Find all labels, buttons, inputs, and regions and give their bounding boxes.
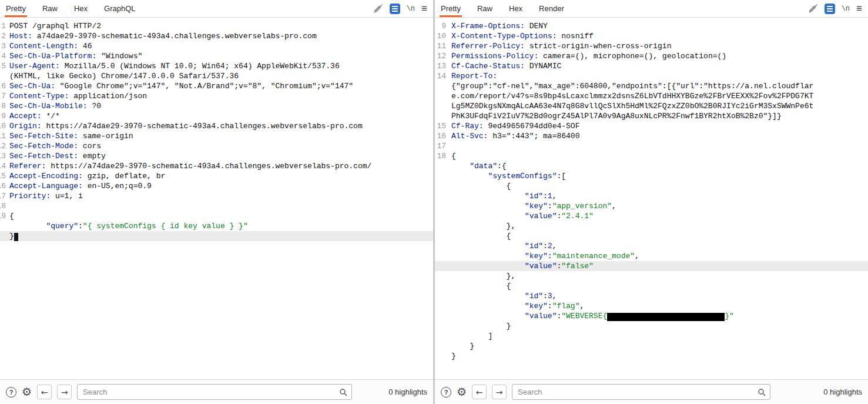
code-line[interactable]: }: [0, 231, 433, 241]
read-only-icon[interactable]: [373, 4, 383, 14]
code-line[interactable]: "query":"{ systemConfigs { id key value …: [0, 221, 433, 231]
code-line[interactable]: 13Sec-Fetch-Dest: empty: [0, 151, 433, 161]
tab-hex[interactable]: Hex: [508, 0, 524, 17]
code-line[interactable]: 6Sec-Ch-Ua: "Google Chrome";v="147", "No…: [0, 81, 433, 91]
line-number: 6: [0, 81, 7, 91]
tab-graphql[interactable]: GraphQL: [103, 0, 136, 17]
code-line[interactable]: "id":2,: [435, 241, 868, 251]
code-line[interactable]: 9X-Frame-Options: DENY: [435, 21, 868, 31]
newline-toggle-icon[interactable]: \n: [407, 5, 415, 13]
help-icon[interactable]: ?: [6, 387, 16, 398]
code-line[interactable]: "key":"maintenance_mode",: [435, 251, 868, 261]
code-line[interactable]: }: [435, 351, 868, 361]
help-icon[interactable]: ?: [441, 387, 451, 398]
code-line[interactable]: 10X-Content-Type-Options: nosniff: [435, 31, 868, 41]
code-line[interactable]: {"group":"cf-nel","max_age":604800,"endp…: [435, 81, 868, 91]
tab-raw[interactable]: Raw: [41, 0, 59, 17]
line-number: [435, 341, 449, 351]
code-line[interactable]: 4Sec-Ch-Ua-Platform: "Windows": [0, 51, 433, 61]
code-line[interactable]: 14Referer: https://a74dae29-3970-schemat…: [0, 161, 433, 171]
code-line[interactable]: 1POST /graphql HTTP/2: [0, 21, 433, 31]
search-next-button[interactable]: →: [57, 385, 72, 399]
search-next-button[interactable]: →: [492, 385, 507, 399]
code-line[interactable]: 15Cf-Ray: 9ed49656794dd0e4-SOF: [435, 121, 868, 131]
tab-hex[interactable]: Hex: [73, 0, 89, 17]
line-number: 13: [435, 61, 449, 71]
code-line[interactable]: 11Sec-Fetch-Site: same-origin: [0, 131, 433, 141]
pretty-format-icon[interactable]: [825, 4, 835, 14]
code-line[interactable]: }: [435, 321, 868, 331]
editor-menu-icon[interactable]: ≡: [421, 4, 427, 14]
code-line[interactable]: 3Content-Length: 46: [0, 41, 433, 51]
settings-icon[interactable]: ⚙: [22, 386, 32, 398]
code-line[interactable]: 17Priority: u=1, i: [0, 191, 433, 201]
line-number: [435, 241, 449, 251]
search-prev-button[interactable]: ←: [37, 385, 52, 399]
code-line[interactable]: 15Accept-Encoding: gzip, deflate, br: [0, 171, 433, 181]
code-line[interactable]: "value":"2.4.1": [435, 211, 868, 221]
code-line[interactable]: "key":"app_version",: [435, 201, 868, 211]
code-line[interactable]: PhK3UFdqFiV2IuV7%2Bd0ogrZ45AlPl7A0v9AgA8…: [435, 111, 868, 121]
code-line[interactable]: 14Report-To:: [435, 71, 868, 81]
code-line[interactable]: 19{: [0, 211, 433, 221]
code-line[interactable]: {: [435, 181, 868, 191]
search-input[interactable]: [77, 384, 352, 400]
code-line[interactable]: "systemConfigs":[: [435, 171, 868, 181]
request-panel: PrettyRawHexGraphQL \n ≡ 1POST /graphql …: [0, 0, 433, 404]
line-number: [435, 231, 449, 241]
code-line[interactable]: 2Host: a74dae29-3970-schematic-493a4.cha…: [0, 31, 433, 41]
search-input[interactable]: [512, 384, 770, 400]
response-tab-bar: PrettyRawHexRender \n ≡: [435, 0, 868, 18]
settings-icon[interactable]: ⚙: [457, 386, 467, 398]
code-line[interactable]: },: [435, 271, 868, 281]
code-line[interactable]: }: [435, 341, 868, 351]
code-line[interactable]: "key":"flag",: [435, 301, 868, 311]
code-line[interactable]: 11Referrer-Policy: strict-origin-when-cr…: [435, 41, 868, 51]
code-line[interactable]: (KHTML, like Gecko) Chrome/147.0.0.0 Saf…: [0, 71, 433, 81]
code-line[interactable]: {: [435, 231, 868, 241]
tab-render[interactable]: Render: [538, 0, 565, 17]
search-prev-button[interactable]: ←: [472, 385, 487, 399]
code-line[interactable]: 7Content-Type: application/json: [0, 91, 433, 101]
code-line[interactable]: 13Cf-Cache-Status: DYNAMIC: [435, 61, 868, 71]
pretty-format-icon[interactable]: [390, 4, 400, 14]
tab-pretty[interactable]: Pretty: [440, 0, 462, 17]
tab-raw[interactable]: Raw: [476, 0, 494, 17]
code-line[interactable]: "id":3,: [435, 291, 868, 301]
tab-pretty[interactable]: Pretty: [5, 0, 27, 17]
code-line[interactable]: },: [435, 221, 868, 231]
code-line[interactable]: 12Sec-Fetch-Mode: cors: [0, 141, 433, 151]
newline-toggle-icon[interactable]: \n: [842, 5, 850, 13]
redacted-flag-value: [607, 313, 725, 321]
line-number: [0, 221, 7, 231]
editor-menu-icon[interactable]: ≡: [856, 4, 862, 14]
line-number: [435, 201, 449, 211]
response-editor[interactable]: 9X-Frame-Options: DENY10X-Content-Type-O…: [435, 18, 868, 379]
code-line[interactable]: "value":"WEBVERSE{}": [435, 311, 868, 321]
line-number: 18: [0, 201, 7, 211]
line-number: [435, 261, 449, 271]
code-line[interactable]: 17: [435, 141, 868, 151]
line-number: 11: [0, 131, 7, 141]
code-line[interactable]: 16Alt-Svc: h3=":443"; ma=86400: [435, 131, 868, 141]
line-number: 5: [0, 61, 7, 71]
code-line[interactable]: 16Accept-Language: en-US,en;q=0.9: [0, 181, 433, 191]
read-only-icon[interactable]: [808, 4, 818, 14]
code-line[interactable]: "data":{: [435, 161, 868, 171]
code-line[interactable]: "id":1,: [435, 191, 868, 201]
line-number: 4: [0, 51, 7, 61]
code-line[interactable]: Lg5MZ0DkgsNXmqALcAA63e4N7q8G8vllQcSlXh5H…: [435, 101, 868, 111]
code-line[interactable]: {: [435, 281, 868, 291]
code-line[interactable]: e.com/report/v4?s=8s9bp4sLcaxclmmzx2dsns…: [435, 91, 868, 101]
code-line[interactable]: "value":"false": [435, 261, 868, 271]
search-icon: [758, 388, 766, 396]
code-line[interactable]: 8Sec-Ch-Ua-Mobile: ?0: [0, 101, 433, 111]
code-line[interactable]: 10Origin: https://a74dae29-3970-schemati…: [0, 121, 433, 131]
request-editor[interactable]: 1POST /graphql HTTP/22Host: a74dae29-397…: [0, 18, 433, 379]
code-line[interactable]: 18: [0, 201, 433, 211]
code-line[interactable]: 12Permissions-Policy: camera=(), microph…: [435, 51, 868, 61]
code-line[interactable]: 18{: [435, 151, 868, 161]
code-line[interactable]: 5User-Agent: Mozilla/5.0 (Windows NT 10.…: [0, 61, 433, 71]
code-line[interactable]: 9Accept: */*: [0, 111, 433, 121]
code-line[interactable]: ]: [435, 331, 868, 341]
